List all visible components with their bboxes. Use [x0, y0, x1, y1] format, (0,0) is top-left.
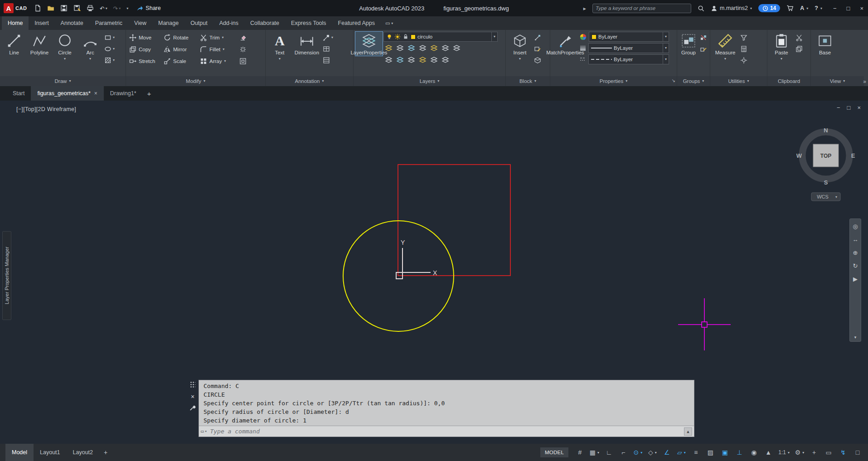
drawing-tab-active[interactable]: figuras_geometricas* ×: [31, 86, 103, 101]
ribbon-tab[interactable]: Home: [2, 16, 29, 30]
drawing-tab[interactable]: Drawing1*: [104, 86, 143, 101]
layer-combo-dropdown-icon[interactable]: ▾: [491, 32, 497, 41]
leader-button[interactable]: ▾: [322, 32, 334, 43]
show-motion-icon[interactable]: ▶: [851, 274, 860, 283]
view-panel-label[interactable]: View ▾: [811, 76, 864, 86]
color-wheel-icon[interactable]: [579, 33, 587, 41]
layer-thaw-sun-icon[interactable]: [394, 34, 401, 40]
help-search-box[interactable]: [592, 4, 691, 13]
match-properties-button[interactable]: MatchProperties: [552, 32, 578, 56]
units-icon[interactable]: ▭: [822, 446, 835, 458]
new-file-button[interactable]: [34, 5, 41, 12]
wcs-menu[interactable]: WCS ▾: [811, 193, 840, 201]
circle-dropdown-icon[interactable]: ▾: [64, 57, 66, 61]
insert-dropdown-icon[interactable]: ▾: [519, 57, 521, 61]
help-button[interactable]: ? ▾: [815, 5, 822, 11]
line-button[interactable]: Line: [2, 32, 26, 56]
linetype-combo[interactable]: ByLayer ▾: [588, 54, 669, 64]
dimension-style-button[interactable]: [322, 54, 334, 66]
viewport-restore-icon[interactable]: □: [847, 104, 851, 111]
drawn-yellow-circle[interactable]: [343, 221, 454, 331]
block-editor-button[interactable]: [533, 54, 542, 66]
clean-screen-icon[interactable]: □: [851, 446, 864, 458]
viewport-minimize-icon[interactable]: −: [837, 104, 840, 111]
trim-dropdown-icon[interactable]: ▾: [222, 36, 224, 39]
layer-on-icon[interactable]: [429, 43, 439, 53]
ortho-mode-icon[interactable]: ⌐: [616, 446, 630, 458]
lineweight-dropdown-icon[interactable]: ▾: [663, 44, 669, 53]
edit-attribute-button[interactable]: [533, 43, 542, 54]
command-input-placeholder[interactable]: Type a command: [210, 428, 260, 435]
start-tab[interactable]: Start: [6, 86, 31, 101]
properties-dialog-launcher-icon[interactable]: ↘: [672, 78, 675, 83]
paste-button[interactable]: Paste ▾: [769, 32, 794, 61]
move-button[interactable]: Move: [128, 32, 162, 44]
ribbon-tab[interactable]: Manage: [152, 16, 184, 30]
scale-button[interactable]: Scale: [162, 55, 199, 67]
hatch-button[interactable]: ▾: [103, 54, 116, 66]
layer-merge-icon[interactable]: [417, 55, 428, 65]
insert-button[interactable]: Insert ▾: [508, 32, 532, 61]
properties-panel-label[interactable]: Properties ▾ ↘: [550, 76, 677, 86]
text-button[interactable]: A Text ▾: [267, 32, 292, 61]
explode-button[interactable]: [238, 44, 251, 55]
save-as-button[interactable]: [73, 5, 81, 12]
polar-tracking-icon[interactable]: ⊙: [631, 446, 645, 458]
grid-icon[interactable]: #: [573, 446, 587, 458]
app-store-cart-icon[interactable]: [786, 5, 794, 12]
session-timer-badge[interactable]: 14: [758, 4, 780, 12]
object-snap-tracking-icon[interactable]: ∠: [660, 446, 674, 458]
layer-delete-icon[interactable]: [429, 55, 439, 65]
layer-lock-icon[interactable]: [402, 34, 409, 40]
new-layout-button[interactable]: +: [99, 444, 112, 461]
stretch-button[interactable]: Stretch: [128, 55, 162, 67]
base-view-button[interactable]: Base: [813, 32, 837, 56]
navigation-wheel-icon[interactable]: ◎: [851, 222, 860, 231]
linetype-list-icon[interactable]: [579, 56, 587, 63]
quick-select-button[interactable]: [739, 32, 748, 43]
rectangle-button[interactable]: ▾: [103, 32, 116, 43]
application-menu-button[interactable]: A CAD: [4, 3, 27, 13]
viewcube[interactable]: N E S W TOP WCS ▾: [796, 119, 855, 209]
layer-lock-icon[interactable]: [417, 43, 428, 53]
ribbon-tab[interactable]: Add-ins: [213, 16, 244, 30]
layer-freeze-icon[interactable]: [406, 43, 417, 53]
snap-mode-icon[interactable]: ▦: [587, 446, 601, 458]
modify-panel-label[interactable]: Modify ▾: [126, 76, 265, 86]
undo-dropdown-icon[interactable]: ▾: [106, 6, 107, 10]
search-input[interactable]: [596, 5, 688, 11]
layer-walk-icon[interactable]: [406, 55, 417, 65]
trim-button[interactable]: Trim ▾: [199, 32, 238, 44]
workspace-switching-icon[interactable]: ⚙: [793, 446, 806, 458]
command-input-row[interactable]: ▭▾ Type a command ▲: [199, 426, 694, 437]
redo-button[interactable]: ↷ ▾: [113, 5, 121, 12]
plot-button[interactable]: [87, 5, 94, 12]
groups-panel-label[interactable]: Groups ▾: [677, 76, 710, 86]
orbit-icon[interactable]: ↻: [851, 261, 860, 270]
new-drawing-tab-button[interactable]: +: [143, 86, 156, 101]
annotation-scale-control[interactable]: 1:1: [776, 446, 792, 458]
layer-isolate-icon[interactable]: [395, 43, 405, 53]
ribbon-tab[interactable]: Annotate: [55, 16, 89, 30]
command-scroll-up-icon[interactable]: ▲: [684, 427, 692, 436]
layer-unisolate-icon[interactable]: [440, 55, 451, 65]
layer-unlock-icon[interactable]: [383, 55, 394, 65]
quick-calc-button[interactable]: [739, 43, 748, 54]
model-space-toggle[interactable]: MODEL: [540, 447, 568, 457]
selection-cycling-icon[interactable]: ▣: [718, 446, 732, 458]
group-edit-button[interactable]: [699, 43, 708, 54]
group-button[interactable]: Group: [679, 32, 698, 56]
close-button[interactable]: ×: [860, 5, 863, 12]
undo-button[interactable]: ↶ ▾: [100, 5, 107, 12]
offset-button[interactable]: [238, 56, 251, 67]
qat-customize-button[interactable]: ▾: [126, 6, 128, 10]
array-dropdown-icon[interactable]: ▾: [224, 59, 226, 63]
layout2-tab[interactable]: Layout2: [67, 444, 99, 461]
account-button[interactable]: m.martins2 ▾: [711, 5, 752, 12]
layer-off-icon[interactable]: [383, 43, 394, 53]
drawn-red-square[interactable]: [398, 165, 510, 276]
autoscale-icon[interactable]: ▲: [761, 446, 775, 458]
layer-match-icon[interactable]: [451, 43, 462, 53]
minimize-button[interactable]: −: [833, 5, 837, 12]
erase-button[interactable]: [238, 32, 251, 44]
